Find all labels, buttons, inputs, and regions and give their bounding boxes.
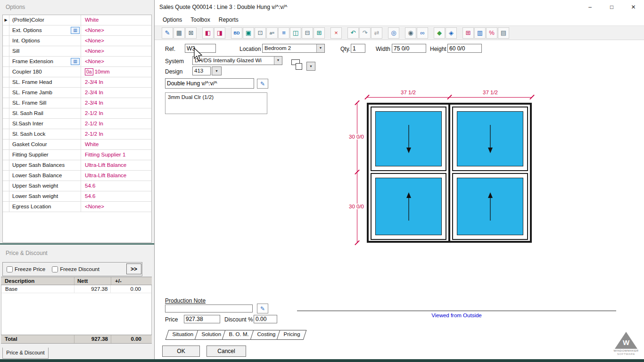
bead-options-icon[interactable]: BD xyxy=(231,27,242,39)
row-marker xyxy=(3,191,9,201)
glass-pane-bottom-left[interactable] xyxy=(375,178,442,235)
freeze-discount-option[interactable]: Freeze Discount xyxy=(52,266,99,272)
close-design-icon[interactable]: ⊠ xyxy=(185,27,197,39)
property-value[interactable]: 2-3/4 In xyxy=(81,98,151,108)
property-value[interactable]: 2-1/2 In xyxy=(81,119,151,129)
glass-pane-bottom-right[interactable] xyxy=(457,178,523,235)
property-label: Egress Location xyxy=(9,202,81,212)
property-value[interactable]: 54.6 xyxy=(81,181,151,191)
split-vertical-icon[interactable]: ⊞ xyxy=(314,27,325,39)
transfer-icon[interactable]: ⇄ xyxy=(371,27,382,39)
property-value[interactable]: 54.6 xyxy=(81,191,151,201)
option-picker-button[interactable]: ▥ xyxy=(71,27,80,34)
split-horizontal-icon[interactable]: ⊟ xyxy=(302,27,313,39)
location-select[interactable]: Bedroom 2 ▼ xyxy=(262,44,325,53)
design-sketch-icon[interactable]: ✎ xyxy=(162,27,173,39)
property-row: Sill<None> xyxy=(3,46,151,57)
view-options-icon[interactable]: ◉ xyxy=(405,27,416,39)
property-value[interactable]: 2-1/2 In xyxy=(81,108,151,118)
height-input[interactable] xyxy=(447,44,482,53)
property-label: SL. Frame Sill xyxy=(9,98,81,108)
design-dropdown-button[interactable]: ▼ xyxy=(212,66,222,75)
notes-icon[interactable]: ▤ xyxy=(498,27,509,39)
edit-icon: ✎ xyxy=(260,81,265,87)
edit-description-button[interactable]: ✎ xyxy=(257,79,268,89)
link-dimensions-icon[interactable]: ∞ xyxy=(417,27,428,39)
zoom-icon[interactable]: ◎ xyxy=(388,27,399,39)
ok-button[interactable]: OK xyxy=(162,346,200,357)
property-value[interactable]: Ultra-Lift Balance xyxy=(81,160,151,170)
freeze-price-checkbox[interactable] xyxy=(7,266,13,272)
profile-dropdown-button[interactable]: ▼ xyxy=(306,62,315,71)
freeze-price-label: Freeze Price xyxy=(15,266,45,272)
freeze-discount-checkbox[interactable] xyxy=(52,266,58,272)
graph-icon[interactable]: ▥ xyxy=(474,27,486,39)
color-option-icon[interactable]: ◆ xyxy=(434,27,445,39)
add-frame-icon[interactable]: ⊞ xyxy=(462,27,474,39)
row-marker xyxy=(3,181,9,191)
property-value[interactable]: <None> xyxy=(81,25,151,35)
close-button[interactable]: ✕ xyxy=(623,0,644,14)
property-value[interactable]: <None> xyxy=(81,57,151,66)
glass-pane-top-left[interactable] xyxy=(375,111,442,166)
attach-option-icon[interactable]: ◈ xyxy=(446,27,457,39)
layout-grid-icon[interactable]: ▦ xyxy=(173,27,185,39)
glazing-options-icon[interactable]: ▣ xyxy=(243,27,254,39)
edit-production-note-button[interactable]: ✎ xyxy=(257,304,268,313)
copy-line-to-icon[interactable]: ◨ xyxy=(214,27,225,39)
dropdown-arrow-icon[interactable]: ▼ xyxy=(274,57,282,65)
maximize-button[interactable]: □ xyxy=(601,0,622,14)
minimize-button[interactable]: – xyxy=(579,0,601,14)
expand-price-button[interactable]: >> xyxy=(126,263,141,274)
width-input[interactable] xyxy=(392,44,426,53)
property-label: SL. Frame Jamb xyxy=(9,88,81,98)
copy-line-from-icon[interactable]: ◧ xyxy=(202,27,214,39)
price-row-base[interactable]: Base 927.38 0.00 xyxy=(1,285,151,293)
options-list-icon[interactable]: ≡ xyxy=(278,27,289,39)
price-discount-dock-tab[interactable]: Price & Discount xyxy=(2,347,49,359)
property-value[interactable]: 2-3/4 In xyxy=(81,88,151,98)
merge-frames-icon[interactable]: ◫ xyxy=(290,27,301,39)
property-value[interactable]: <None> xyxy=(81,202,151,212)
row-marker xyxy=(3,171,9,181)
sheet-tab-pricing[interactable]: Pricing xyxy=(276,330,306,340)
system-select[interactable]: DH/DS Internally Glazed Wi ▼ xyxy=(192,56,282,65)
menu-reports[interactable]: Reports xyxy=(215,14,243,25)
design-description-input[interactable] xyxy=(165,78,254,89)
property-value[interactable]: Fitting Supplier 1 xyxy=(81,150,151,160)
property-value[interactable]: White xyxy=(81,140,151,149)
property-value[interactable]: 0a10mm xyxy=(81,67,151,77)
menu-toolbox[interactable]: Toolbox xyxy=(186,14,214,25)
options-panel-title: Options xyxy=(6,4,25,10)
discount-input[interactable] xyxy=(254,315,277,323)
glazing-spec-list[interactable]: 3mm Dual Clr (1/2) xyxy=(165,92,267,114)
delete-line-icon[interactable]: × xyxy=(330,27,342,39)
production-note-input[interactable] xyxy=(165,304,253,313)
ref-label: Ref. xyxy=(165,46,175,52)
dropdown-arrow-icon[interactable]: ▼ xyxy=(316,44,324,52)
glass-pane-top-right[interactable] xyxy=(457,111,523,166)
menu-options[interactable]: Options xyxy=(158,14,186,25)
undo-icon[interactable]: ↶ xyxy=(347,27,359,39)
discount-icon[interactable]: % xyxy=(486,27,497,39)
property-value[interactable]: Ultra-Lift Balance xyxy=(81,171,151,181)
option-picker-button[interactable]: ▥ xyxy=(71,58,80,65)
quote-line-window: Sales Quote Q00014 : Line 3 : Double Hun… xyxy=(154,0,644,359)
redo-icon[interactable]: ↷ xyxy=(359,27,371,39)
design-value[interactable]: 413 xyxy=(192,66,211,75)
freeze-price-option[interactable]: Freeze Price xyxy=(7,266,45,272)
property-row: SL. Frame Sill2-3/4 In xyxy=(3,98,151,108)
property-value[interactable]: White xyxy=(81,15,151,25)
price-input[interactable] xyxy=(184,315,220,323)
window-unit-right xyxy=(449,104,531,242)
property-value[interactable]: <None> xyxy=(81,36,151,46)
sash-options-icon[interactable]: ⊡ xyxy=(255,27,266,39)
property-value[interactable]: 2-1/2 In xyxy=(81,129,151,139)
panel-splitter[interactable] xyxy=(0,243,154,245)
glazing-spec-item[interactable]: 3mm Dual Clr (1/2) xyxy=(168,94,264,100)
formula-sizes-icon[interactable]: a= xyxy=(266,27,278,39)
property-value[interactable]: <None> xyxy=(81,46,151,56)
qty-input[interactable] xyxy=(351,44,365,53)
property-value[interactable]: 2-3/4 In xyxy=(81,77,151,87)
cancel-button[interactable]: Cancel xyxy=(206,346,246,357)
